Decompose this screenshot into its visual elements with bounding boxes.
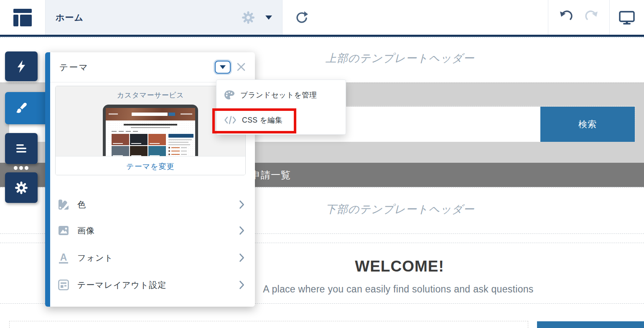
code-icon xyxy=(224,116,237,124)
redo-icon xyxy=(584,10,599,23)
caret-down-icon xyxy=(220,65,226,69)
theme-setting-colors[interactable]: 色 xyxy=(50,192,255,218)
app-logo-button[interactable] xyxy=(0,0,45,35)
redo-button[interactable] xyxy=(584,10,599,25)
monitor-icon xyxy=(619,10,635,25)
refresh-preview-button[interactable] xyxy=(283,0,320,35)
colors-icon xyxy=(57,198,70,211)
setting-label: 色 xyxy=(77,192,86,218)
paintbrush-icon xyxy=(15,102,28,115)
preview-bottom-search-input[interactable] xyxy=(9,321,528,328)
section-dashed-border xyxy=(635,106,635,142)
page-settings-button[interactable] xyxy=(241,10,255,25)
sidebar-item-content[interactable] xyxy=(5,133,38,164)
undo-button[interactable] xyxy=(559,10,574,25)
caret-down-icon[interactable] xyxy=(265,15,272,20)
theme-setting-fonts[interactable]: A フォント xyxy=(50,245,255,271)
setting-label: フォント xyxy=(77,245,113,271)
theme-options-menu: ブランドセットを管理 CSS を編集 xyxy=(216,79,346,135)
lightning-icon xyxy=(16,60,27,73)
sidebar-item-settings[interactable] xyxy=(5,172,38,203)
theme-setting-images[interactable]: 画像 xyxy=(50,218,255,243)
top-template-header-placeholder: 上部のテンプレートヘッダー xyxy=(326,51,474,66)
chevron-right-icon xyxy=(239,280,244,291)
welcome-subtitle: A place where you can easily find soluti… xyxy=(263,284,533,295)
chevron-right-icon xyxy=(239,253,244,264)
theme-setting-layout[interactable]: テーマレイアウト設定 xyxy=(50,272,255,298)
template-logo-icon xyxy=(13,9,32,26)
theme-editor-screen: 上部のテンプレートヘッダー 検索 申請一覧 下部のテンプレートヘッダー WELC… xyxy=(0,0,644,328)
preview-nav-label[interactable]: 申請一覧 xyxy=(251,163,291,187)
refresh-icon xyxy=(294,11,308,24)
menu-item-label: CSS を編集 xyxy=(242,115,283,125)
sidebar-item-quickstart[interactable] xyxy=(5,51,38,81)
preview-search-button[interactable]: 検索 xyxy=(540,107,635,142)
current-page-title: ホーム xyxy=(56,12,84,23)
chevron-right-icon xyxy=(239,226,244,237)
close-icon xyxy=(236,62,246,72)
menu-item-manage-brand-set[interactable]: ブランドセットを管理 xyxy=(216,82,346,108)
theme-name: カスタマーサービス xyxy=(117,90,184,100)
page-selector[interactable]: ホーム xyxy=(45,0,283,35)
palette-icon xyxy=(224,90,235,100)
undo-icon xyxy=(559,10,574,23)
svg-text:A: A xyxy=(60,252,67,263)
preview-top-dashed-border xyxy=(0,37,644,38)
font-icon: A xyxy=(57,251,70,264)
gear-icon xyxy=(14,181,28,195)
setting-label: 画像 xyxy=(77,218,95,243)
layout-icon xyxy=(57,279,70,291)
theme-thumbnail xyxy=(103,105,198,156)
image-icon xyxy=(57,224,70,237)
menu-item-edit-css[interactable]: CSS を編集 xyxy=(216,108,346,133)
panel-title: テーマ xyxy=(59,52,89,82)
theme-options-dropdown-button[interactable] xyxy=(215,61,231,74)
gear-icon xyxy=(241,10,255,25)
close-panel-button[interactable] xyxy=(236,62,246,72)
content-lines-icon xyxy=(16,144,27,153)
theme-panel-header: テーマ xyxy=(50,52,255,82)
welcome-heading: WELCOME! xyxy=(355,258,444,275)
sidebar-item-design[interactable] xyxy=(5,92,50,124)
change-theme-row: テーマを変更 xyxy=(56,156,245,175)
chevron-right-icon xyxy=(239,200,244,211)
device-preview-button[interactable] xyxy=(609,0,644,35)
preview-bottom-search-button[interactable] xyxy=(537,321,644,328)
toolbar-spacer xyxy=(320,0,548,35)
history-controls xyxy=(548,0,609,35)
change-theme-link[interactable]: テーマを変更 xyxy=(126,161,174,172)
setting-label: テーマレイアウト設定 xyxy=(77,272,166,298)
top-toolbar: ホーム xyxy=(0,0,644,37)
bottom-template-header-placeholder: 下部のテンプレートヘッダー xyxy=(326,202,474,217)
sidebar-more-dots xyxy=(14,166,28,170)
menu-item-label: ブランドセットを管理 xyxy=(240,90,317,100)
